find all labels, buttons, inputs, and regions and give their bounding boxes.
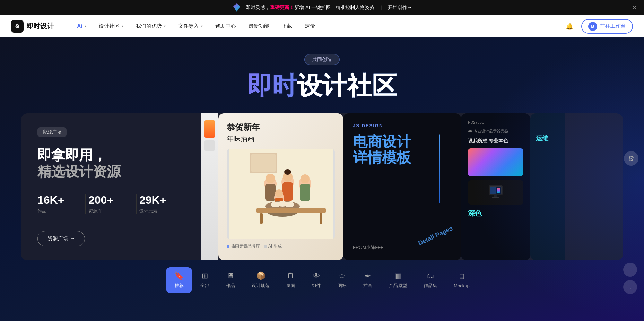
scroll-up-button[interactable]: ↑ [623, 263, 637, 277]
peek-stripe-orange [204, 120, 215, 138]
bottom-tab-bar: 🔖 推荐 ⊞ 全部 🖥 作品 📦 设计规范 🗒 页面 👁 组件 ☆ 图标 ✒ [0, 260, 644, 293]
svg-marker-0 [233, 3, 240, 12]
notification-bell[interactable]: 🔔 [563, 20, 576, 33]
nav-community-chevron: ▾ [122, 24, 123, 28]
ec-diagonal-text: Detail Pages [417, 225, 454, 247]
stat-works-num: 16K+ [37, 194, 82, 207]
tab-component[interactable]: 👁 组件 [304, 267, 329, 293]
ny-subtitle: 年味插画 [227, 134, 335, 144]
tab-portfolio-icon: 🗂 [427, 271, 434, 280]
main-panel-title: 即拿即用， 精选设计资源 [37, 147, 184, 180]
banner-text-before: 即时灵感， [246, 5, 270, 10]
ec-title-line2: 详情模板 [353, 150, 451, 166]
close-button[interactable]: ✕ [632, 5, 637, 11]
svg-rect-31 [496, 187, 501, 194]
nav-item-advantage[interactable]: 我们的优势 ▾ [130, 15, 172, 37]
stat-divider-1 [85, 194, 86, 214]
ec-brand: JS.DESIGN [353, 123, 451, 128]
tab-page-icon: 🗒 [287, 271, 295, 280]
ecommerce-card[interactable]: JS.DESIGN 电商设计 详情模板 Detail Pages FROM小陈F… [343, 113, 461, 260]
resource-btn-label: 资源广场 → [47, 235, 75, 242]
new-year-card[interactable]: 恭贺新年 年味插画 [218, 113, 343, 260]
tab-illustration-icon: ✒ [365, 271, 371, 280]
dk-monitor-preview [468, 180, 523, 205]
svg-rect-32 [497, 188, 500, 193]
logo-icon [11, 20, 24, 33]
tab-icon[interactable]: ☆ 图标 [329, 267, 355, 293]
community-tag[interactable]: 共同创造 [304, 54, 340, 65]
nav-community-label: 设计社区 [99, 23, 120, 29]
dark-theme-card[interactable]: PD2785U 4K 专业设计显示器品鉴 设我所想 专业本色 [461, 113, 530, 260]
tab-design-spec[interactable]: 📦 设计规范 [243, 267, 278, 293]
logo[interactable]: 即时设计 [11, 20, 54, 33]
dk-title: 设我所想 专业本色 [468, 138, 523, 144]
resource-tag-label: 资源广场 [37, 127, 67, 137]
nav-advantage-label: 我们的优势 [136, 23, 162, 29]
stat-elem-num: 29K+ [139, 194, 184, 207]
stat-elem-label: 设计元素 [139, 208, 184, 214]
scroll-down-button[interactable]: ↓ [623, 280, 637, 294]
tab-mockup[interactable]: 🖥 Mockup [445, 268, 478, 293]
stat-works: 16K+ 作品 [37, 194, 82, 214]
ec-title-line1: 电商设计 [353, 134, 451, 150]
nav-item-community[interactable]: 设计社区 ▾ [93, 15, 130, 37]
svg-rect-24 [260, 213, 263, 224]
tab-recommended[interactable]: 🔖 推荐 [166, 267, 192, 293]
svg-rect-26 [489, 185, 503, 195]
tab-component-label: 组件 [312, 283, 321, 289]
banner-link[interactable]: 开始创作→ [388, 5, 412, 11]
nav-download-label: 下载 [282, 23, 292, 29]
side-more-button[interactable]: ⚙ [624, 151, 638, 166]
tab-spec-icon: 📦 [256, 271, 266, 280]
ny-tag-2: AI 生成 [264, 243, 282, 249]
stats-row: 16K+ 作品 200+ 资源库 29K+ 设计元素 [37, 194, 184, 214]
goto-workspace-button[interactable]: B 前往工作台 [581, 19, 633, 34]
svg-rect-4 [251, 154, 276, 172]
ny-illustration [227, 149, 335, 239]
tab-component-icon: 👁 [313, 271, 320, 280]
nav-new-label: 最新功能 [249, 23, 269, 29]
stat-works-label: 作品 [37, 208, 82, 214]
title-line1: 即拿即用， [37, 147, 107, 163]
tab-all[interactable]: ⊞ 全部 [192, 267, 218, 293]
resource-marketplace-button[interactable]: 资源广场 → [37, 231, 85, 246]
tab-works[interactable]: 🖥 作品 [218, 267, 243, 293]
tab-mockup-label: Mockup [454, 283, 470, 288]
banner-divider: ｜ [379, 5, 384, 11]
svg-rect-28 [494, 195, 497, 197]
title-line2: 精选设计资源 [37, 163, 184, 180]
nav-item-new[interactable]: 最新功能 [242, 15, 276, 37]
tab-spec-label: 设计规范 [252, 283, 270, 289]
nav-item-ai[interactable]: Ai ▾ [71, 15, 93, 37]
hero-title-colored: 即时 [247, 72, 297, 99]
ec-title: 电商设计 详情模板 [353, 134, 451, 166]
tab-prototype[interactable]: ▦ 产品原型 [381, 267, 415, 293]
svg-rect-27 [490, 186, 502, 194]
top-banner: 即时灵感，重磅更新！新增 AI 一键扩图，精准控制人物姿势 ｜ 开始创作→ ✕ [0, 0, 644, 15]
dk-subtitle: 4K 专业设计显示器品鉴 [468, 129, 523, 134]
ny-tag-label-1: 插画元素品牌库 [231, 243, 260, 249]
nav-item-pricing[interactable]: 定价 [298, 15, 321, 37]
nav-right: 🔔 B 前往工作台 [563, 19, 633, 34]
tab-illustration[interactable]: ✒ 插画 [355, 267, 381, 293]
tab-portfolio[interactable]: 🗂 作品集 [415, 267, 445, 293]
hero-title-normal: 设计社区 [297, 72, 397, 99]
svg-rect-7 [265, 184, 276, 201]
tab-icon-icon: ☆ [339, 271, 346, 280]
ny-dot-2 [264, 245, 267, 248]
nav-item-import[interactable]: 文件导入 ▾ [172, 15, 209, 37]
tab-page[interactable]: 🗒 页面 [278, 267, 304, 293]
stat-libraries: 200+ 资源库 [88, 194, 133, 214]
svg-point-19 [285, 202, 294, 207]
hero-section: 共同创造 即时设计社区 资源广场 即拿即用， 精选设计资源 16K+ 作品 20… [0, 37, 644, 321]
tab-works-icon: 🖥 [227, 271, 234, 280]
ny-tag-label-2: AI 生成 [268, 243, 282, 249]
tab-mockup-icon: 🖥 [458, 272, 465, 281]
tab-page-label: 页面 [286, 283, 295, 289]
nav-item-help[interactable]: 帮助中心 [209, 15, 242, 37]
tab-recommended-label: 推荐 [175, 283, 184, 289]
nav-ai-label: Ai [77, 23, 82, 29]
ny-title: 恭贺新年 [227, 122, 335, 133]
nav-item-download[interactable]: 下载 [276, 15, 298, 37]
banner-icon [232, 3, 242, 12]
